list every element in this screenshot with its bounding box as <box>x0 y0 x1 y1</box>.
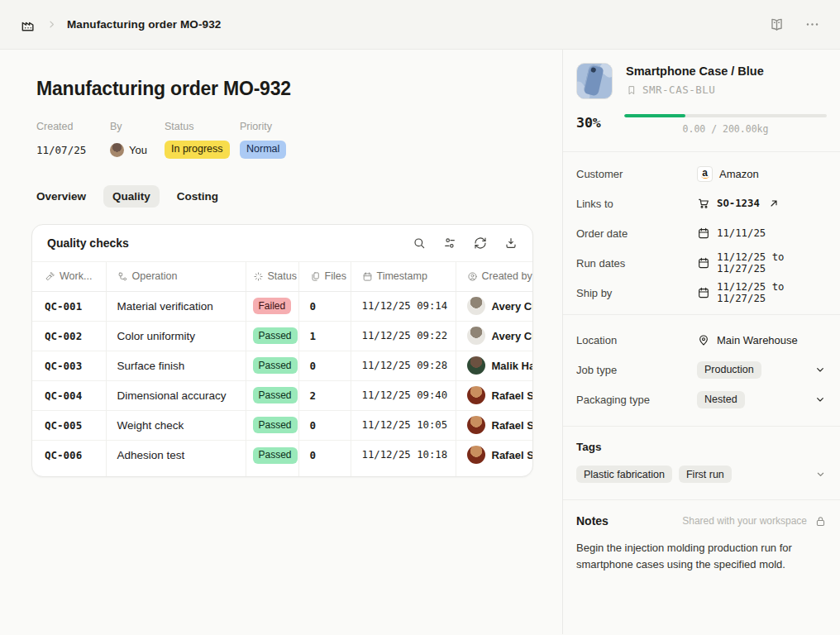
files-cell: 0 <box>298 291 351 321</box>
product-image[interactable] <box>576 63 613 99</box>
card-title: Quality checks <box>47 236 129 250</box>
table-row[interactable]: QC-005 Weight check Passed 0 11/12/25 10… <box>32 410 532 440</box>
chevron-down-icon[interactable] <box>814 468 827 480</box>
col-created-by[interactable]: Created by <box>456 262 532 291</box>
meta-priority: Priority Normal <box>240 121 286 159</box>
tab-bar: Overview Quality Costing <box>36 185 562 208</box>
chevron-down-icon[interactable] <box>814 363 827 376</box>
progress-section: 30% 0.00 / 200.00kg <box>576 114 827 135</box>
calendar-icon <box>697 286 710 299</box>
col-status[interactable]: Status <box>246 262 298 291</box>
refresh-icon[interactable] <box>474 236 487 250</box>
table-row[interactable]: QC-003 Surface finish Passed 0 11/12/25 … <box>32 351 532 380</box>
col-workstation[interactable]: Work... <box>32 262 106 291</box>
download-icon[interactable] <box>504 236 518 250</box>
calendar-icon <box>697 227 710 240</box>
status-cell: Passed <box>246 321 298 351</box>
job-type-select[interactable]: Production <box>697 361 761 379</box>
qc-id-cell: QC-005 <box>32 410 106 440</box>
tab-costing[interactable]: Costing <box>177 185 218 208</box>
operation-cell: Weight check <box>106 410 246 440</box>
qc-id-cell: QC-006 <box>32 440 106 470</box>
meta-created: Created 11/07/25 <box>36 121 110 159</box>
bookmark-icon <box>626 84 637 96</box>
quality-checks-card: Quality checks Work... Operation Status … <box>31 224 533 477</box>
table-row[interactable]: QC-001 Material verification Failed 0 11… <box>32 291 532 321</box>
packaging-type-select[interactable]: Nested <box>697 391 745 408</box>
table-row[interactable]: QC-002 Color uniformity Passed 1 11/12/2… <box>32 321 532 351</box>
notes-body[interactable]: Begin the injection molding production r… <box>576 540 827 572</box>
field-links-to: Links to SO-1234 <box>576 189 827 218</box>
progress-fill <box>624 114 685 117</box>
notes-section: Notes Shared with your workspace Begin t… <box>563 499 840 586</box>
created-date: 11/07/25 <box>36 144 86 156</box>
files-cell: 0 <box>298 410 351 440</box>
created-by-cell: Rafael Sa <box>456 440 532 470</box>
search-icon[interactable] <box>413 236 426 250</box>
factory-icon[interactable] <box>20 17 36 33</box>
timestamp-cell: 11/12/25 09:14 <box>351 291 456 321</box>
qc-id-cell: QC-003 <box>32 351 106 380</box>
col-timestamp[interactable]: Timestamp <box>351 262 456 291</box>
tab-quality[interactable]: Quality <box>103 185 160 208</box>
progress-bar <box>624 114 827 117</box>
ship-by-value: 11/12/25 to 11/27/25 <box>717 281 827 304</box>
run-dates-value: 11/12/25 to 11/27/25 <box>717 251 827 275</box>
loader-icon <box>253 271 264 282</box>
table-row[interactable]: QC-006 Adhesion test Passed 0 11/12/25 1… <box>32 440 532 470</box>
avatar <box>467 297 485 315</box>
created-by-cell: Avery Che <box>456 321 532 351</box>
order-fields-section: Customer a Amazon Links to SO-1234 Order… <box>563 151 840 314</box>
timestamp-cell: 11/12/25 10:18 <box>351 440 456 470</box>
field-location: Location Main Warehouse <box>576 325 827 355</box>
links-to-value: SO-1234 <box>717 198 760 209</box>
operation-cell: Dimensional accuracy <box>106 380 246 410</box>
person-circle-icon <box>467 271 478 282</box>
qc-id-cell: QC-001 <box>32 291 106 321</box>
field-ship-by: Ship by 11/12/25 to 11/27/25 <box>576 278 827 308</box>
status-cell: Passed <box>246 380 298 410</box>
meta-status: Status In progress <box>165 121 240 159</box>
files-icon <box>310 271 321 282</box>
amazon-icon: a <box>697 166 713 182</box>
avatar <box>110 143 124 157</box>
meta-row: Created 11/07/25 By You Status In progre… <box>36 121 562 159</box>
location-value: Main Warehouse <box>717 334 798 346</box>
priority-badge[interactable]: Normal <box>240 141 286 159</box>
files-cell: 0 <box>298 351 351 380</box>
tag-pill[interactable]: Plastic fabrication <box>576 466 672 483</box>
meta-by: By You <box>110 121 165 159</box>
field-customer: Customer a Amazon <box>576 159 827 189</box>
col-files[interactable]: Files <box>298 262 351 291</box>
qc-id-cell: QC-002 <box>32 321 106 351</box>
timestamp-cell: 11/12/25 09:40 <box>351 380 456 410</box>
topbar: Manufacturing order MO-932 <box>0 0 840 50</box>
main-content: Manufacturing order MO-932 Created 11/07… <box>0 50 562 634</box>
operation-cell: Adhesion test <box>106 440 246 470</box>
docs-book-icon[interactable] <box>769 17 785 32</box>
progress-caption: 0.00 / 200.00kg <box>624 123 827 135</box>
calendar-icon <box>697 256 710 270</box>
workflow-icon <box>117 271 128 282</box>
order-date-value: 11/11/25 <box>717 227 766 239</box>
view-settings-icon[interactable] <box>443 236 456 250</box>
col-operation[interactable]: Operation <box>106 262 246 291</box>
status-badge[interactable]: In progress <box>165 141 230 159</box>
meta-label: Priority <box>240 121 286 132</box>
status-cell: Passed <box>246 410 298 440</box>
table-row[interactable]: QC-004 Dimensional accuracy Passed 2 11/… <box>32 380 532 410</box>
calendar-icon <box>362 271 373 282</box>
notes-title: Notes <box>576 514 609 528</box>
files-cell: 2 <box>298 380 351 410</box>
tab-overview[interactable]: Overview <box>36 185 86 208</box>
created-by-cell: Rafael Sa <box>456 380 532 410</box>
avatar <box>467 356 485 375</box>
tag-pill[interactable]: First run <box>679 466 732 483</box>
product-section: Smartphone Case / Blue SMR-CAS-BLU 30% 0… <box>563 50 840 151</box>
avatar <box>467 327 485 345</box>
more-menu-icon[interactable] <box>804 17 820 32</box>
chevron-down-icon[interactable] <box>814 393 827 406</box>
table-header-row: Work... Operation Status Files Timestamp… <box>32 262 532 291</box>
progress-percent: 30% <box>576 114 624 135</box>
avatar <box>467 386 485 404</box>
